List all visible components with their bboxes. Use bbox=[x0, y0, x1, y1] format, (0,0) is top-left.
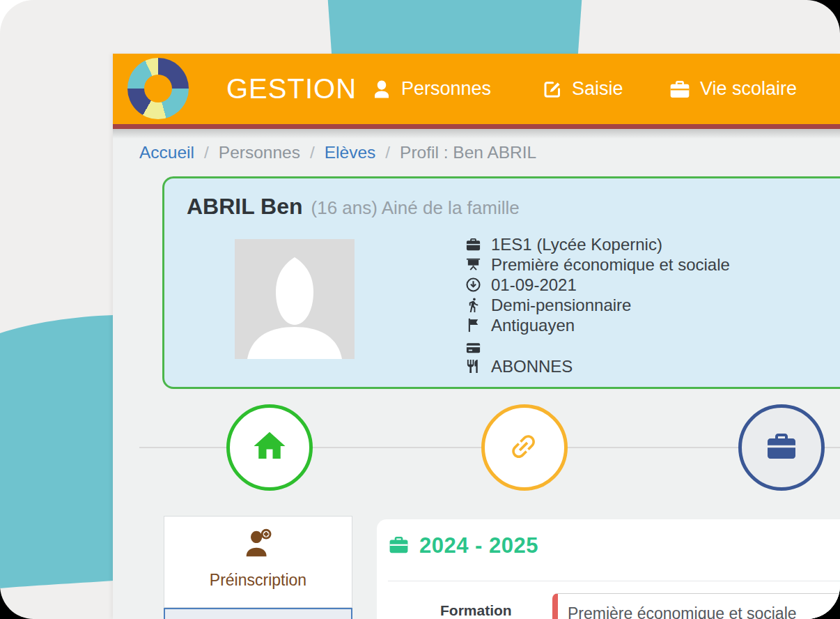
meal-subscription-block: ABONNES bbox=[464, 339, 730, 376]
breadcrumb-item-personnes: Personnes bbox=[219, 143, 300, 162]
panel-divider bbox=[388, 581, 840, 581]
school-year-panel: 2024 - 2025 Formation Première économiqu… bbox=[377, 519, 840, 619]
detail-text: Première économique et sociale bbox=[491, 255, 730, 275]
student-name: ABRIL Ben bbox=[187, 194, 303, 220]
presentation-icon bbox=[464, 257, 483, 273]
detail-row-nationalite: Antiguayen bbox=[464, 315, 730, 335]
link-icon bbox=[501, 424, 548, 471]
user-plus-icon bbox=[242, 528, 274, 563]
step-scolarite-button[interactable] bbox=[738, 404, 825, 491]
briefcase-icon bbox=[669, 78, 691, 100]
breadcrumb-link-eleves[interactable]: Elèves bbox=[325, 143, 376, 162]
meal-status: ABONNES bbox=[491, 357, 573, 376]
card-icon bbox=[464, 340, 483, 356]
home-icon bbox=[251, 427, 288, 468]
detail-text: 01-09-2021 bbox=[491, 275, 577, 295]
step-home-button[interactable] bbox=[226, 404, 313, 491]
detail-row-formation: Première économique et sociale bbox=[464, 254, 730, 275]
top-navbar: GESTION Personnes Saisie Vie scolaire bbox=[113, 54, 840, 129]
breadcrumb-link-accueil[interactable]: Accueil bbox=[139, 143, 194, 162]
nav-item-personnes[interactable]: Personnes bbox=[371, 54, 491, 124]
edit-icon bbox=[542, 79, 563, 100]
detail-text: 1ES1 (Lycée Kopernic) bbox=[491, 235, 662, 254]
user-icon bbox=[371, 79, 392, 100]
decorative-teal-shape-top bbox=[325, 0, 584, 56]
detail-row-classe: 1ES1 (Lycée Kopernic) bbox=[464, 234, 730, 254]
breadcrumb-separator: / bbox=[310, 143, 315, 162]
briefcase-icon bbox=[464, 236, 483, 252]
student-profile-card: ABRIL Ben (16 ans) Ainé de la famille 1E… bbox=[162, 176, 840, 389]
flag-icon bbox=[464, 317, 483, 333]
app-logo-icon[interactable] bbox=[127, 58, 189, 119]
student-subtitle: (16 ans) Ainé de la famille bbox=[311, 197, 520, 219]
person-silhouette-icon bbox=[235, 239, 355, 359]
school-year-header: 2024 - 2025 bbox=[388, 533, 538, 558]
school-year-label: 2024 - 2025 bbox=[419, 533, 538, 558]
student-photo-placeholder bbox=[235, 239, 355, 359]
app-window: GESTION Personnes Saisie Vie scolaire bbox=[113, 54, 840, 619]
detail-text: Antiguayen bbox=[491, 316, 575, 335]
page-background: GESTION Personnes Saisie Vie scolaire bbox=[0, 0, 840, 619]
formation-input[interactable]: Première économique et sociale bbox=[552, 593, 840, 619]
detail-row-regime: Demi-pensionnaire bbox=[464, 295, 730, 315]
breadcrumb-separator: / bbox=[204, 143, 209, 162]
breadcrumb: Accueil / Personnes / Elèves / Profil : … bbox=[139, 143, 536, 162]
walking-person-icon bbox=[464, 297, 483, 313]
briefcase-icon bbox=[388, 534, 410, 558]
nav-item-label: Personnes bbox=[401, 78, 491, 100]
step-links-button[interactable] bbox=[481, 404, 568, 491]
sidebar-item-selected[interactable] bbox=[164, 608, 352, 619]
sidebar-item-label: Préinscription bbox=[210, 571, 306, 590]
sidebar-item-preinscription[interactable]: Préinscription bbox=[164, 516, 352, 608]
breadcrumb-separator: / bbox=[385, 143, 390, 162]
app-title: GESTION bbox=[226, 54, 357, 124]
meal-card-row bbox=[464, 339, 730, 357]
navbar-shadow bbox=[113, 129, 840, 139]
nav-item-saisie[interactable]: Saisie bbox=[542, 54, 623, 124]
decorative-teal-shape-left bbox=[0, 314, 114, 590]
nav-item-vie-scolaire[interactable]: Vie scolaire bbox=[669, 54, 797, 124]
nav-item-label: Vie scolaire bbox=[700, 78, 797, 100]
detail-text: Demi-pensionnaire bbox=[491, 296, 631, 315]
breadcrumb-item-profil: Profil : Ben ABRIL bbox=[400, 143, 536, 162]
detail-row-date-entree: 01-09-2021 bbox=[464, 275, 730, 295]
formation-label: Formation bbox=[440, 602, 512, 619]
student-details-list: 1ES1 (Lycée Kopernic) Première économiqu… bbox=[464, 234, 730, 376]
briefcase-icon bbox=[765, 429, 798, 466]
cutlery-icon bbox=[464, 358, 483, 374]
student-title-row: ABRIL Ben (16 ans) Ainé de la famille bbox=[187, 194, 520, 220]
meal-status-row: ABONNES bbox=[464, 357, 730, 376]
nav-item-label: Saisie bbox=[572, 78, 623, 100]
arrow-circle-down-icon bbox=[464, 277, 483, 293]
